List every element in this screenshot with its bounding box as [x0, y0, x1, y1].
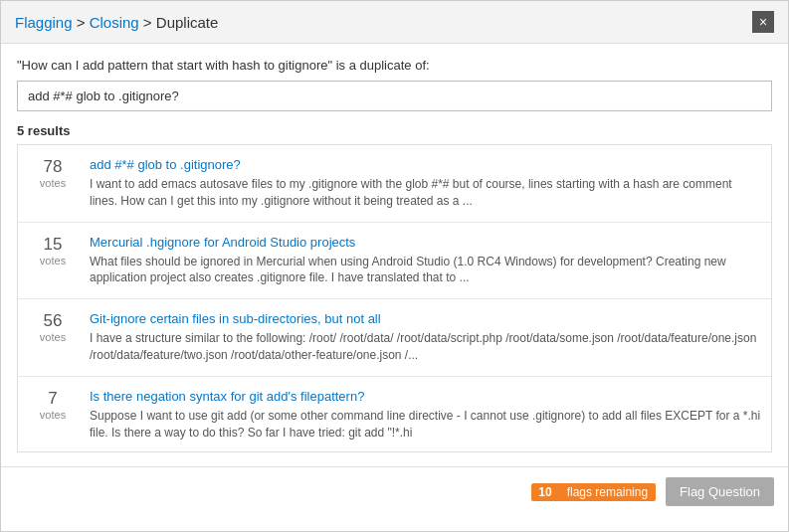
result-item: 7votesIs there negation syntax for git a…: [18, 377, 771, 452]
result-content: add #*# glob to .gitignore?I want to add…: [90, 157, 761, 210]
result-item: 56votesGit-ignore certain files in sub-d…: [18, 299, 771, 377]
dialog-footer: 10 flags remaining Flag Question: [1, 466, 788, 516]
result-excerpt: I want to add emacs autosave files to my…: [90, 176, 761, 210]
dialog: Flagging > Closing > Duplicate × "How ca…: [0, 0, 789, 532]
dialog-body: "How can I add pattern that start with h…: [1, 44, 788, 466]
search-input[interactable]: [17, 81, 772, 111]
result-excerpt: I have a structure similar to the follow…: [90, 330, 761, 364]
breadcrumb: Flagging > Closing > Duplicate: [15, 14, 218, 31]
result-title[interactable]: Mercurial .hgignore for Android Studio p…: [90, 235, 761, 250]
votes-label: votes: [40, 331, 66, 343]
votes-number: 7: [48, 389, 57, 409]
result-item: 78votesadd #*# glob to .gitignore?I want…: [18, 145, 771, 223]
breadcrumb-sep1: >: [77, 14, 90, 31]
results-count: 5 results: [17, 123, 772, 138]
votes-box: 78votes: [28, 157, 78, 189]
flags-remaining: 10 flags remaining: [531, 483, 656, 501]
flags-count: 10: [531, 483, 558, 501]
result-excerpt: What files should be ignored in Mercuria…: [90, 254, 761, 287]
breadcrumb-sep2: >: [143, 14, 156, 31]
breadcrumb-closing[interactable]: Closing: [90, 14, 139, 31]
result-item: 15votesMercurial .hgignore for Android S…: [18, 223, 771, 300]
flag-question-button[interactable]: Flag Question: [666, 477, 774, 506]
votes-box: 7votes: [28, 389, 78, 421]
votes-box: 56votes: [28, 311, 78, 343]
dialog-header: Flagging > Closing > Duplicate ×: [1, 1, 788, 44]
result-title[interactable]: add #*# glob to .gitignore?: [90, 157, 761, 172]
votes-number: 15: [44, 235, 63, 255]
result-content: Git-ignore certain files in sub-director…: [90, 311, 761, 364]
votes-label: votes: [40, 255, 66, 266]
breadcrumb-current: Duplicate: [156, 14, 219, 31]
result-content: Is there negation syntax for git add's f…: [90, 389, 761, 442]
result-content: Mercurial .hgignore for Android Studio p…: [90, 235, 761, 287]
results-container[interactable]: 78votesadd #*# glob to .gitignore?I want…: [17, 144, 772, 452]
votes-label: votes: [40, 177, 66, 189]
result-title[interactable]: Is there negation syntax for git add's f…: [90, 389, 761, 404]
flags-text: flags remaining: [559, 483, 656, 501]
votes-number: 56: [44, 311, 63, 331]
result-excerpt: Suppose I want to use git add (or some o…: [90, 408, 761, 442]
breadcrumb-flagging[interactable]: Flagging: [15, 14, 73, 31]
votes-label: votes: [40, 409, 66, 421]
question-label: "How can I add pattern that start with h…: [17, 58, 772, 73]
votes-number: 78: [44, 157, 63, 177]
result-title[interactable]: Git-ignore certain files in sub-director…: [90, 311, 761, 326]
votes-box: 15votes: [28, 235, 78, 266]
close-button[interactable]: ×: [752, 11, 774, 33]
